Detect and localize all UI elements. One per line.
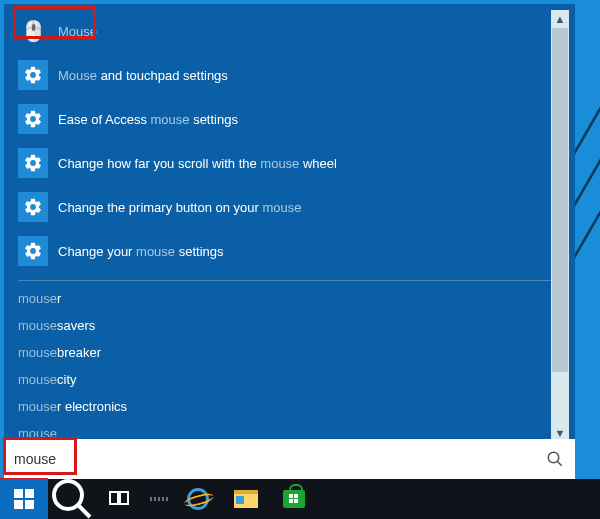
file-explorer-icon — [234, 490, 258, 508]
gear-icon — [18, 104, 48, 134]
search-result[interactable]: Change the primary button on your mouse — [18, 188, 563, 232]
taskbar-app-store[interactable] — [270, 479, 318, 519]
search-icon[interactable] — [535, 439, 575, 479]
gear-icon — [18, 192, 48, 222]
search-result-label: Change how far you scroll with the mouse… — [58, 156, 337, 171]
search-result-label: Change your mouse settings — [58, 244, 224, 259]
web-suggestions: mouser mousesavers mousebreaker mousecit… — [18, 291, 563, 439]
windows-logo-icon — [14, 489, 34, 509]
gear-icon — [18, 60, 48, 90]
store-icon — [283, 490, 305, 508]
search-input[interactable] — [4, 451, 535, 467]
search-result-label: Mouse and touchpad settings — [58, 68, 228, 83]
taskbar-app-ie[interactable] — [174, 479, 222, 519]
scroll-up-icon[interactable]: ▲ — [551, 10, 569, 28]
search-result[interactable]: 🖱️ Mouse — [18, 12, 563, 56]
mouse-icon: 🖱️ — [18, 16, 48, 46]
task-view-button[interactable] — [96, 479, 144, 519]
search-result-label: Change the primary button on your mouse — [58, 200, 302, 215]
web-suggestion[interactable]: mouser electronics — [18, 399, 563, 414]
search-result[interactable]: Change how far you scroll with the mouse… — [18, 144, 563, 188]
search-results-area: 🖱️ Mouse Mouse and touchpad settings Eas… — [4, 4, 575, 439]
svg-line-3 — [78, 505, 90, 517]
start-button[interactable] — [0, 479, 48, 519]
web-suggestion[interactable]: mousecity — [18, 372, 563, 387]
taskbar-separator — [144, 497, 174, 501]
search-result-label: Mouse — [58, 24, 97, 39]
search-result-label: Ease of Access mouse settings — [58, 112, 238, 127]
scroll-thumb[interactable] — [552, 28, 568, 372]
web-suggestion[interactable]: mousesavers — [18, 318, 563, 333]
taskbar-app-file-explorer[interactable] — [222, 479, 270, 519]
search-result[interactable]: Ease of Access mouse settings — [18, 100, 563, 144]
scrollbar[interactable]: ▲ ▼ — [551, 10, 569, 442]
search-box[interactable] — [4, 439, 575, 479]
search-icon — [48, 475, 96, 519]
internet-explorer-icon — [187, 488, 209, 510]
web-suggestion[interactable]: mousebreaker — [18, 345, 563, 360]
gear-icon — [18, 148, 48, 178]
results-divider — [18, 280, 563, 281]
web-suggestion[interactable]: mouser — [18, 291, 563, 306]
svg-point-2 — [54, 481, 82, 509]
start-search-panel: 🖱️ Mouse Mouse and touchpad settings Eas… — [4, 4, 575, 479]
task-view-icon — [109, 491, 131, 507]
web-suggestion[interactable]: mouse — [18, 426, 563, 439]
search-result[interactable]: Change your mouse settings — [18, 232, 563, 276]
svg-line-1 — [557, 461, 562, 466]
svg-point-0 — [548, 452, 559, 463]
taskbar — [0, 479, 600, 519]
taskbar-search-button[interactable] — [48, 479, 96, 519]
gear-icon — [18, 236, 48, 266]
search-result[interactable]: Mouse and touchpad settings — [18, 56, 563, 100]
